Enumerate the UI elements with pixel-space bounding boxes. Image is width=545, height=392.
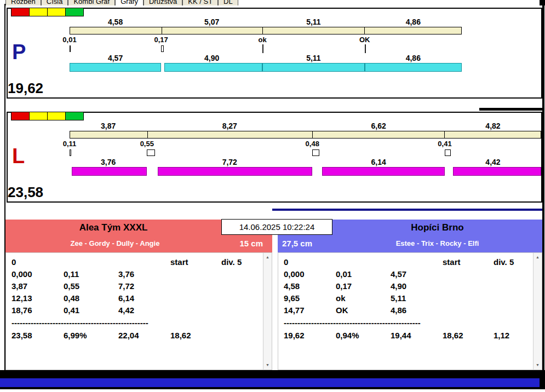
lane-total: 19,62 xyxy=(8,80,43,97)
scroll-up-icon[interactable]: ▲ xyxy=(533,255,542,260)
value-bar-fill xyxy=(72,167,147,176)
change-box xyxy=(147,149,155,156)
run-time-label: 4,86 xyxy=(365,54,462,62)
split-time-label: 5,11 xyxy=(262,18,364,26)
run-time-label: 5,11 xyxy=(262,54,364,62)
tab-rozbeh[interactable]: Rozběh xyxy=(5,0,41,5)
tab-kombi-graf[interactable]: Kombi Graf xyxy=(68,0,115,5)
scale-bar xyxy=(70,131,541,139)
table-cell: 22,04 xyxy=(118,331,139,340)
run-time-label: 4,57 xyxy=(70,54,161,62)
table-cell: 0 xyxy=(284,257,288,267)
table-row: 12,130,486,14 xyxy=(12,293,261,305)
split-time-label: 4,86 xyxy=(365,18,462,26)
panel-splitter[interactable] xyxy=(479,108,542,111)
table-cell: 0,17 xyxy=(336,281,352,291)
change-labels-row: 0,110,550,480,41 xyxy=(70,140,541,148)
tab-kk-st[interactable]: KK / ST xyxy=(182,0,218,5)
jump-height-badge: 15 cm xyxy=(239,236,263,252)
split-time-label: 4,82 xyxy=(445,122,541,130)
value-bar-segment xyxy=(445,167,541,176)
table-cell: div. 5 xyxy=(221,257,242,267)
value-bar-segment xyxy=(161,63,262,72)
split-chart: 3,878,276,624,82 0,110,550,480,41 3,767,… xyxy=(70,113,541,201)
table-cell: start xyxy=(170,257,188,267)
scale-divider xyxy=(364,27,365,34)
value-bar-fill xyxy=(365,63,462,72)
table-cell: 4,42 xyxy=(118,305,134,315)
split-labels-row: 3,878,276,624,82 xyxy=(70,122,541,130)
scroll-down-icon[interactable]: ▼ xyxy=(533,362,542,368)
table-row: 23,586,99%22,0418,62 xyxy=(12,331,261,343)
run-time-label: 7,72 xyxy=(147,158,312,166)
lane-total: 23,58 xyxy=(8,184,43,201)
change-labels-row: 0,010,17okOK xyxy=(70,36,462,44)
run-time-label: 6,14 xyxy=(312,158,445,166)
change-box xyxy=(70,149,71,156)
table-cell: OK xyxy=(336,305,348,315)
table-cell: 7,72 xyxy=(118,281,134,291)
value-bar-fill xyxy=(158,167,312,176)
lane-letter: L xyxy=(12,145,25,168)
change-tick xyxy=(365,44,366,53)
value-bar-fill xyxy=(453,167,541,176)
change-box xyxy=(445,149,451,156)
table-cell: 0,41 xyxy=(64,305,79,315)
table-cell: ok xyxy=(336,293,346,303)
table-cell: 4,58 xyxy=(284,281,300,291)
tab-bar: RozběhČíslaKombi GrafGrafyDružstvaKK / S… xyxy=(5,0,356,5)
team-subheader-left: Zee - Gordy - Dully - Angie 15 cm xyxy=(5,236,272,252)
window-border-right xyxy=(542,0,544,370)
table-cell: 18,76 xyxy=(12,305,32,315)
table-cell: 1,12 xyxy=(494,331,509,340)
table-scrollbar[interactable]: ▲ ▼ xyxy=(263,253,272,370)
scale-divider xyxy=(162,27,162,34)
change-label: 0,55 xyxy=(140,140,154,148)
table-cell: start xyxy=(443,257,461,267)
split-time-label: 5,07 xyxy=(161,18,262,26)
table-separator: ----------------------------------------… xyxy=(12,318,168,331)
team-subheader-right: 27,5 cm Estee - Trix - Rocky - Elfi xyxy=(278,236,542,252)
table-cell: 3,76 xyxy=(118,269,134,279)
table-cell: 0,55 xyxy=(64,281,79,291)
scroll-down-icon[interactable]: ▼ xyxy=(263,362,272,368)
change-tick xyxy=(262,44,263,53)
tab-grafy[interactable]: Grafy xyxy=(115,0,144,5)
status-square xyxy=(47,112,66,120)
table-row: 0startdiv. 5 xyxy=(12,257,261,269)
split-time-label: 8,27 xyxy=(147,122,312,130)
change-box xyxy=(70,45,71,52)
scroll-up-icon[interactable]: ▲ xyxy=(263,255,272,260)
change-box xyxy=(161,45,164,52)
table-cell: 0,48 xyxy=(64,293,79,303)
table-cell: 0,11 xyxy=(64,269,79,279)
table-cell: 0,000 xyxy=(12,269,32,279)
tab-druzstva[interactable]: Družstva xyxy=(144,0,182,5)
divider-line xyxy=(272,209,542,211)
table-cell: 19,62 xyxy=(284,331,305,340)
table-row: 4,580,174,90 xyxy=(284,281,531,293)
table-row: 19,620,94%19,4418,621,12 xyxy=(284,331,531,343)
status-square xyxy=(11,112,30,120)
table-cell: 9,65 xyxy=(284,293,300,303)
run-time-label: 3,76 xyxy=(70,158,147,166)
table-row: 14,77OK4,86 xyxy=(284,305,531,318)
tab-dl[interactable]: DL xyxy=(218,0,238,5)
team-name: Hopíci Brno xyxy=(332,220,542,236)
table-cell: 6,99% xyxy=(64,331,87,340)
change-label: 0,41 xyxy=(438,140,451,148)
value-bar-fill xyxy=(322,167,445,176)
scale-divider xyxy=(312,131,313,138)
tab-cisla[interactable]: Čísla xyxy=(41,0,68,5)
value-bar-segment xyxy=(147,167,312,176)
team-members: Estee - Trix - Rocky - Elfi xyxy=(332,236,542,252)
change-label: 0,01 xyxy=(62,36,76,44)
lane-panel-l: L 3,878,276,624,82 0,110,550,480,41 3,76… xyxy=(7,112,542,203)
change-marks-row xyxy=(70,44,462,54)
results-table-right: 0startdiv. 50,0000,014,574,580,174,909,6… xyxy=(278,252,542,370)
scale-bar xyxy=(70,27,462,34)
change-marks-row xyxy=(70,148,541,158)
table-scrollbar[interactable]: ▲ ▼ xyxy=(533,253,542,370)
scale-divider xyxy=(444,131,445,138)
bottom-blue-bar xyxy=(0,378,540,387)
